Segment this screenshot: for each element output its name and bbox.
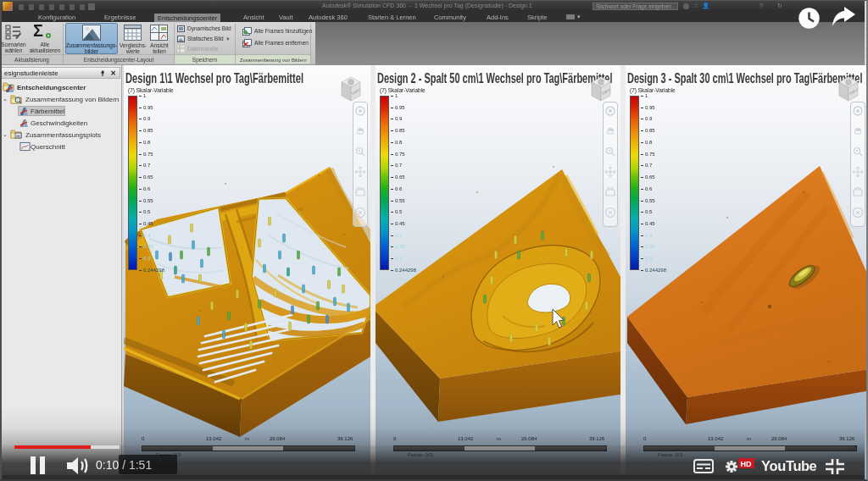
svg-text:HD: HD (741, 460, 752, 468)
